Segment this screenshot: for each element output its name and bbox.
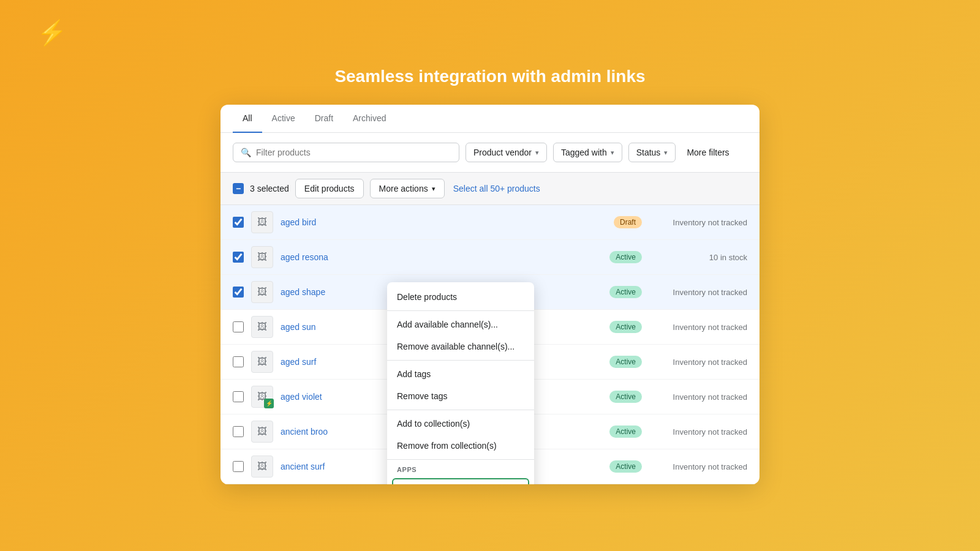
image-placeholder-icon: 🖼 bbox=[257, 426, 267, 437]
image-placeholder-icon: 🖼 bbox=[257, 321, 267, 332]
row-checkbox[interactable] bbox=[233, 391, 244, 402]
edit-products-label: Edit products bbox=[304, 184, 355, 193]
product-thumbnail: 🖼 ⚡ bbox=[251, 386, 273, 408]
status-badge: Active bbox=[609, 321, 642, 333]
image-placeholder-icon: 🖼 bbox=[257, 461, 267, 472]
edit-products-button[interactable]: Edit products bbox=[295, 179, 364, 198]
remove-collection-item[interactable]: Remove from collection(s) bbox=[387, 435, 534, 457]
row-checkbox[interactable] bbox=[233, 217, 244, 228]
status-badge: Active bbox=[609, 391, 642, 403]
chevron-down-icon: ▾ bbox=[535, 149, 539, 157]
status-filter[interactable]: Status ▾ bbox=[628, 143, 676, 162]
tab-active[interactable]: Active bbox=[262, 105, 305, 133]
status-badge: Active bbox=[609, 286, 642, 298]
add-tags-item[interactable]: Add tags bbox=[387, 363, 534, 385]
chevron-down-icon: ▾ bbox=[611, 149, 614, 157]
tagged-with-label: Tagged with bbox=[561, 148, 607, 157]
add-channels-item[interactable]: Add available channel(s)... bbox=[387, 313, 534, 335]
image-placeholder-icon: 🖼 bbox=[257, 287, 267, 298]
status-badge: Active bbox=[609, 460, 642, 473]
tab-all[interactable]: All bbox=[233, 105, 262, 133]
product-name[interactable]: aged resona bbox=[281, 252, 602, 262]
product-thumbnail: 🖼 bbox=[251, 421, 273, 443]
main-card: All Active Draft Archived 🔍 Product vend… bbox=[221, 105, 760, 484]
action-bar: − 3 selected Edit products More actions … bbox=[221, 173, 760, 205]
inventory-text: 10 in stock bbox=[649, 253, 747, 262]
inventory-text: Inventory not tracked bbox=[649, 358, 747, 367]
row-checkbox[interactable] bbox=[233, 321, 244, 332]
app-badge-icon: ⚡ bbox=[264, 399, 274, 408]
more-filters-button[interactable]: More filters bbox=[682, 143, 734, 162]
create-promo-item[interactable]: ⚡ Create Promo bbox=[392, 478, 529, 484]
remove-tags-item[interactable]: Remove tags bbox=[387, 385, 534, 407]
product-thumbnail: 🖼 bbox=[251, 211, 273, 233]
inventory-text: Inventory not tracked bbox=[649, 462, 747, 471]
tab-bar: All Active Draft Archived bbox=[221, 105, 760, 133]
divider bbox=[387, 459, 534, 460]
select-all-checkbox[interactable]: − bbox=[233, 183, 244, 194]
status-badge: Draft bbox=[614, 216, 642, 228]
inventory-text: Inventory not tracked bbox=[649, 218, 747, 227]
tab-archived[interactable]: Archived bbox=[343, 105, 396, 133]
select-all-link[interactable]: Select all 50+ products bbox=[453, 184, 540, 193]
product-thumbnail: 🖼 bbox=[251, 455, 273, 478]
add-collection-item[interactable]: Add to collection(s) bbox=[387, 413, 534, 435]
table-row: 🖼 aged resona Active 10 in stock bbox=[221, 240, 760, 275]
divider bbox=[387, 410, 534, 410]
product-thumbnail: 🖼 bbox=[251, 351, 273, 373]
more-actions-dropdown: Delete products Add available channel(s)… bbox=[387, 282, 534, 484]
remove-channels-item[interactable]: Remove available channel(s)... bbox=[387, 335, 534, 358]
inventory-text: Inventory not tracked bbox=[649, 323, 747, 332]
chevron-down-icon: ▾ bbox=[664, 149, 668, 157]
table-row: 🖼 aged bird Draft Inventory not tracked bbox=[221, 205, 760, 240]
search-icon: 🔍 bbox=[241, 148, 251, 157]
divider bbox=[387, 360, 534, 361]
divider bbox=[387, 310, 534, 311]
image-placeholder-icon: 🖼 bbox=[257, 252, 267, 263]
product-thumbnail: 🖼 bbox=[251, 246, 273, 268]
product-vendor-filter[interactable]: Product vendor ▾ bbox=[466, 143, 547, 162]
status-label: Status bbox=[636, 148, 661, 157]
chevron-down-icon: ▾ bbox=[432, 185, 435, 193]
status-badge: Active bbox=[609, 356, 642, 368]
status-badge: Active bbox=[609, 425, 642, 438]
delete-products-item[interactable]: Delete products bbox=[387, 286, 534, 308]
row-checkbox[interactable] bbox=[233, 461, 244, 472]
row-checkbox[interactable] bbox=[233, 356, 244, 367]
row-checkbox[interactable] bbox=[233, 252, 244, 263]
app-logo: ⚡ bbox=[37, 18, 67, 47]
row-checkbox[interactable] bbox=[233, 426, 244, 437]
tagged-with-filter[interactable]: Tagged with ▾ bbox=[553, 143, 622, 162]
inventory-text: Inventory not tracked bbox=[649, 288, 747, 297]
product-thumbnail: 🖼 bbox=[251, 316, 273, 338]
product-thumbnail: 🖼 bbox=[251, 281, 273, 303]
status-badge: Active bbox=[609, 251, 642, 263]
search-input[interactable] bbox=[256, 148, 451, 157]
product-name[interactable]: aged bird bbox=[281, 217, 606, 227]
apps-section-label: APPS bbox=[387, 462, 534, 476]
image-placeholder-icon: 🖼 bbox=[257, 217, 267, 228]
page-title: Seamless integration with admin links bbox=[334, 67, 645, 86]
bolt-icon: ⚡ bbox=[37, 19, 67, 46]
inventory-text: Inventory not tracked bbox=[649, 427, 747, 437]
more-actions-label: More actions bbox=[379, 184, 428, 193]
row-checkbox[interactable] bbox=[233, 287, 244, 298]
selected-count: 3 selected bbox=[250, 184, 289, 193]
filter-bar: 🔍 Product vendor ▾ Tagged with ▾ Status … bbox=[221, 133, 760, 173]
product-vendor-label: Product vendor bbox=[473, 148, 532, 157]
tab-draft[interactable]: Draft bbox=[305, 105, 343, 133]
more-actions-button[interactable]: More actions ▾ bbox=[370, 179, 445, 198]
search-box[interactable]: 🔍 bbox=[233, 143, 459, 162]
inventory-text: Inventory not tracked bbox=[649, 392, 747, 402]
image-placeholder-icon: 🖼 bbox=[257, 356, 267, 367]
